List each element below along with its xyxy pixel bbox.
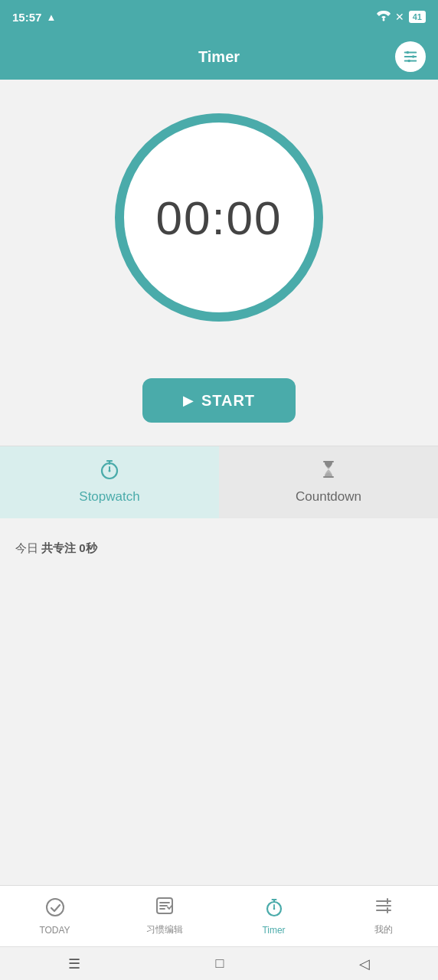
habit-nav-icon (155, 896, 175, 920)
mode-tabs: Stopwatch Countdown (0, 446, 438, 518)
nav-label-today: TODAY (39, 925, 70, 936)
svg-point-23 (273, 907, 275, 910)
wifi-icon (377, 11, 391, 24)
nav-item-today[interactable]: TODAY (0, 891, 110, 942)
today-prefix: 今日 (15, 541, 38, 554)
status-warning-icon: ▲ (46, 11, 56, 23)
svg-rect-12 (323, 461, 334, 462)
nav-label-habit: 习惯编辑 (146, 923, 183, 936)
battery-level: 41 (409, 11, 426, 23)
svg-point-14 (47, 899, 64, 916)
main-content: 00:00 ▶ START Stopwatch (0, 80, 438, 885)
today-nav-icon (45, 897, 65, 922)
stopwatch-icon (99, 459, 120, 485)
status-bar-right: ✕ 41 (377, 11, 426, 24)
system-bar: ☰ □ ◁ (0, 946, 438, 980)
back-button[interactable]: ◁ (359, 956, 370, 972)
nav-item-mine[interactable]: 我的 (328, 890, 438, 942)
status-bar: 15:57 ▲ ✕ 41 (0, 0, 438, 34)
home-button[interactable]: □ (216, 956, 224, 972)
svg-point-3 (407, 51, 410, 54)
start-button[interactable]: ▶ START (142, 378, 296, 423)
menu-button[interactable]: ☰ (68, 956, 80, 972)
hourglass-icon (318, 459, 339, 485)
nav-item-habit[interactable]: 习惯编辑 (110, 890, 219, 942)
svg-rect-13 (323, 476, 334, 478)
header: Timer (0, 34, 438, 80)
svg-point-5 (407, 60, 410, 63)
timer-circle[interactable]: 00:00 (104, 103, 334, 332)
settings-button[interactable] (395, 41, 426, 72)
nav-label-mine: 我的 (374, 923, 393, 936)
countdown-tab-label: Countdown (296, 489, 361, 505)
status-time: 15:57 (12, 11, 41, 24)
today-focus-count: 共专注 0秒 (41, 541, 97, 554)
today-stats-text: 今日 共专注 0秒 (15, 541, 97, 554)
svg-point-4 (412, 55, 415, 58)
status-bar-left: 15:57 ▲ (12, 11, 56, 24)
tab-stopwatch[interactable]: Stopwatch (0, 446, 219, 518)
settings-icon (402, 48, 419, 65)
bottom-nav: TODAY 习惯编辑 Timer (0, 885, 438, 946)
nav-label-timer: Timer (262, 925, 285, 936)
nav-item-timer[interactable]: Timer (219, 891, 328, 942)
page-title: Timer (198, 48, 240, 66)
mine-nav-icon (374, 896, 394, 920)
tab-countdown[interactable]: Countdown (219, 446, 438, 518)
timer-nav-icon (264, 897, 284, 922)
stopwatch-tab-label: Stopwatch (79, 489, 139, 505)
start-button-label: START (201, 392, 255, 410)
today-stats: 今日 共专注 0秒 (0, 534, 438, 564)
timer-display: 00:00 (155, 191, 282, 245)
svg-point-11 (109, 470, 111, 472)
play-icon: ▶ (183, 392, 194, 409)
battery-x-icon: ✕ (395, 11, 404, 23)
